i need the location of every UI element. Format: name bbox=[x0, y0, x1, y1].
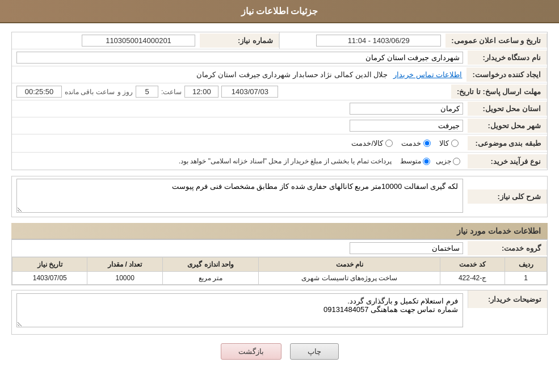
category-kala-label[interactable]: کالا bbox=[439, 139, 459, 147]
creator-name: جلال الدین کمالی نژاد حسابدار شهرداری جی… bbox=[16, 70, 388, 79]
announce-date-box: 1403/06/29 - 11:04 bbox=[316, 35, 441, 47]
page-wrapper: جزئیات اطلاعات نیاز تاریخ و ساعت اعلان ع… bbox=[0, 0, 559, 392]
button-row: چاپ بازگشت bbox=[11, 343, 548, 360]
service-group-input[interactable] bbox=[350, 242, 463, 254]
province-row: استان محل تحویل: bbox=[12, 100, 547, 117]
time-box: 12:00 bbox=[184, 86, 218, 98]
services-section-title: اطلاعات خدمات مورد نیاز bbox=[11, 223, 548, 239]
need-desc-value bbox=[12, 176, 468, 217]
print-button[interactable]: چاپ bbox=[290, 343, 339, 360]
need-number-value: 1103050014000201 bbox=[12, 32, 200, 49]
category-label: طبقه بندی موضوعی: bbox=[468, 136, 547, 150]
deadline-label: مهلت ارسال پاسخ: تا تاریخ: bbox=[451, 85, 547, 99]
days-label: روز و bbox=[117, 88, 133, 96]
table-cell-date: 1403/07/05 bbox=[12, 272, 87, 285]
services-table: ردیف کد خدمت نام خدمت واحد اندازه گیری ت… bbox=[12, 257, 547, 285]
table-cell-name: ساخت پروژه‌های تاسیسات شهری bbox=[259, 272, 440, 285]
province-value bbox=[12, 100, 468, 117]
city-row: شهر محل تحویل: bbox=[12, 117, 547, 134]
creator-value: جلال الدین کمالی نژاد حسابدار شهرداری جی… bbox=[12, 68, 466, 81]
buyer-desc-section: توضیحات خریدار: bbox=[11, 290, 548, 335]
city-value bbox=[12, 117, 468, 134]
remaining-time-box: 00:25:50 bbox=[16, 86, 62, 98]
table-cell-quantity: 10000 bbox=[87, 272, 162, 285]
buyer-desc-label: توضیحات خریدار: bbox=[468, 290, 547, 308]
col-need-date: تاریخ نیاز bbox=[12, 258, 87, 272]
creator-row: ایجاد کننده درخواست: جلال الدین کمالی نژ… bbox=[12, 66, 547, 83]
purchase-jozii-text: جزیی bbox=[436, 157, 451, 165]
city-input[interactable] bbox=[350, 120, 463, 132]
need-number-row: تاریخ و ساعت اعلان عمومی: 1403/06/29 - 1… bbox=[12, 32, 547, 49]
back-button[interactable]: بازگشت bbox=[221, 343, 281, 360]
creator-label: ایجاد کننده درخواست: bbox=[466, 68, 547, 82]
category-kala-text: کالا bbox=[439, 139, 449, 147]
need-desc-row: شرح کلی نیاز: bbox=[12, 176, 547, 217]
province-label: استان محل تحویل: bbox=[468, 102, 547, 116]
page-title: جزئیات اطلاعات نیاز bbox=[241, 6, 318, 16]
purchase-type-value: جزیی متوسط پرداخت تمام یا بخشی از مبلغ خ… bbox=[12, 153, 468, 170]
purchase-motavaset-text: متوسط bbox=[400, 157, 421, 165]
col-quantity: تعداد / مقدار bbox=[87, 258, 162, 272]
deadline-date-box: 1403/07/03 bbox=[221, 86, 278, 98]
buyer-org-label: نام دستگاه خریدار: bbox=[468, 50, 547, 65]
category-kala-khadamat-text: کالا/خدمت bbox=[351, 139, 383, 147]
purchase-type-radio-group: جزیی متوسط bbox=[397, 155, 463, 167]
announce-date-label: تاریخ و ساعت اعلان عمومی: bbox=[445, 33, 547, 48]
buyer-org-value bbox=[12, 49, 468, 66]
need-number-box: 1103050014000201 bbox=[82, 35, 195, 47]
creator-link[interactable]: اطلاعات تماس خریدار bbox=[393, 70, 462, 79]
deadline-value: 00:25:50 ساعت باقی مانده روز و 5 ساعت: 1… bbox=[12, 83, 451, 100]
purchase-motavaset-radio[interactable] bbox=[423, 158, 430, 165]
buyer-desc-value bbox=[12, 290, 468, 334]
col-service-code: کد خدمت bbox=[440, 258, 505, 272]
buyer-desc-textarea[interactable] bbox=[16, 293, 463, 327]
table-header-row: ردیف کد خدمت نام خدمت واحد اندازه گیری ت… bbox=[12, 258, 547, 272]
page-header: جزئیات اطلاعات نیاز bbox=[0, 0, 559, 23]
need-desc-section: شرح کلی نیاز: bbox=[11, 176, 548, 217]
deadline-row: مهلت ارسال پاسخ: تا تاریخ: 00:25:50 ساعت… bbox=[12, 83, 547, 100]
category-kala-radio[interactable] bbox=[451, 140, 459, 147]
service-group-value bbox=[12, 240, 468, 256]
need-number-label: شماره نیاز: bbox=[200, 33, 279, 48]
table-cell-unit: متر مربع bbox=[162, 272, 259, 285]
category-khadamat-radio[interactable] bbox=[423, 140, 431, 147]
category-khadamat-label[interactable]: خدمت bbox=[401, 139, 431, 147]
col-unit: واحد اندازه گیری bbox=[162, 258, 259, 272]
category-khadamat-text: خدمت bbox=[401, 139, 421, 147]
need-desc-label: شرح کلی نیاز: bbox=[468, 189, 547, 204]
category-kala-khadamat-label[interactable]: کالا/خدمت bbox=[351, 139, 393, 147]
purchase-motavaset-label[interactable]: متوسط bbox=[400, 157, 430, 165]
main-form-section: تاریخ و ساعت اعلان عمومی: 1403/06/29 - 1… bbox=[11, 32, 548, 170]
purchase-jozii-radio[interactable] bbox=[453, 158, 460, 165]
table-cell-row: 1 bbox=[505, 272, 547, 285]
services-table-section: گروه خدمت: ردیف کد خدمت نام خدمت واحد ان… bbox=[11, 239, 548, 285]
service-group-row: گروه خدمت: bbox=[12, 240, 547, 257]
service-group-label: گروه خدمت: bbox=[468, 241, 547, 255]
buyer-org-input[interactable] bbox=[16, 52, 463, 64]
need-desc-textarea[interactable] bbox=[16, 179, 463, 213]
col-service-name: نام خدمت bbox=[259, 258, 440, 272]
time-label: ساعت: bbox=[161, 88, 182, 96]
category-radio-group: کالا خدمت کالا/خدمت bbox=[16, 137, 463, 150]
province-input[interactable] bbox=[350, 103, 463, 115]
category-value: کالا خدمت کالا/خدمت bbox=[12, 134, 468, 152]
table-cell-code: ج-42-422 bbox=[440, 272, 505, 285]
col-row-num: ردیف bbox=[505, 258, 547, 272]
buyer-org-row: نام دستگاه خریدار: bbox=[12, 49, 547, 66]
purchase-type-label: نوع فرآیند خرید: bbox=[468, 154, 547, 168]
announce-date-value: 1403/06/29 - 11:04 bbox=[280, 32, 445, 49]
purchase-type-desc: پرداخت تمام یا بخشی از مبلغ خریدار از مح… bbox=[16, 157, 392, 165]
content-area: تاریخ و ساعت اعلان عمومی: 1403/06/29 - 1… bbox=[0, 23, 559, 377]
city-label: شهر محل تحویل: bbox=[468, 119, 547, 133]
purchase-jozii-label[interactable]: جزیی bbox=[436, 157, 460, 165]
days-box: 5 bbox=[136, 86, 158, 98]
purchase-type-row: نوع فرآیند خرید: جزیی متوسط پرداخت تمام … bbox=[12, 153, 547, 170]
category-kala-khadamat-radio[interactable] bbox=[385, 140, 393, 147]
category-row: طبقه بندی موضوعی: کالا خدمت bbox=[12, 134, 547, 153]
remaining-label: ساعت باقی مانده bbox=[65, 88, 115, 96]
table-row: 1ج-42-422ساخت پروژه‌های تاسیسات شهریمتر … bbox=[12, 272, 547, 285]
